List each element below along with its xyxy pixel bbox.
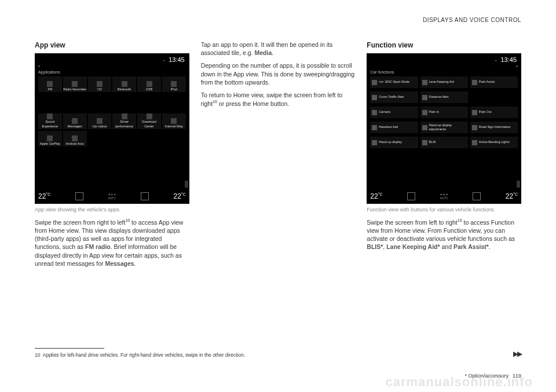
off-label: OFF (379, 80, 383, 83)
warning-icon (97, 118, 103, 124)
globe-icon (171, 118, 177, 124)
app-grid: FM Radio favourites CD Bluetooth USB iPo… (38, 76, 186, 146)
seat-left-icon (407, 192, 415, 200)
func-label: Lane Keeping Aid (429, 80, 454, 84)
func-icon (422, 140, 427, 145)
func-icon (372, 110, 377, 115)
climate-bar: 22°C ▲▲▲AUTO 22°C (367, 189, 521, 204)
footnote-10: 10 Applies for left-hand drive vehicles.… (35, 352, 245, 358)
app-radio-fav: Radio favourites (63, 76, 87, 92)
func-icon (472, 80, 477, 85)
seat-right-icon (473, 192, 481, 200)
func-cta: Cross Traffic Alert (370, 91, 418, 103)
footnote-ref: 10 (458, 218, 462, 222)
func-blis: BLIS (420, 137, 468, 148)
ss-title: Applications (38, 69, 60, 75)
bold-messages: Messages (105, 260, 134, 267)
text: Swipe the screen from right to left (35, 219, 125, 226)
func-label: Distance Alert (429, 95, 449, 99)
app-view-heading: App view (35, 41, 189, 50)
cd-icon (97, 81, 103, 87)
content-columns: App view 13:45 ‹ Applications FM Radio f… (0, 0, 556, 272)
app-driverperf: Driver performance (112, 113, 136, 129)
app-label: CD (97, 87, 102, 91)
func-parkassist: Park Assist (470, 76, 518, 88)
app-bluetooth: Bluetooth (112, 76, 136, 92)
fan-auto: ▲▲▲AUTO (108, 192, 116, 200)
app-label: Bluetooth (118, 87, 131, 91)
func-icon (422, 95, 427, 100)
app-download: Download Center (137, 113, 161, 129)
temp-left: 22°C (370, 192, 382, 201)
temp-unit: °C (378, 192, 383, 196)
col2-para1: Tap an app to open it. It will then be o… (201, 41, 356, 57)
func-label: Active Bending Lights (479, 140, 510, 144)
ss-time-text: 13:45 (169, 56, 185, 63)
func-parkout: Park Out (470, 107, 518, 118)
function-view-screenshot: 13:45 › Car functions OFFENC Sport Mode … (367, 53, 521, 204)
continued-indicator: ▶▶ (513, 349, 521, 358)
sound-icon (47, 113, 53, 119)
temp-unit: °C (513, 192, 518, 196)
temp-unit: °C (181, 192, 186, 196)
func-label: Park In (429, 110, 439, 114)
func-icon (422, 110, 427, 115)
app-label: Internet Map (165, 124, 183, 129)
app-carplay: Apple CarPlay (38, 131, 62, 146)
app-messages: Messages (63, 113, 87, 129)
seat-left-icon (75, 192, 83, 200)
temp-unit: °C (46, 192, 50, 196)
column-3: Function view 13:45 › Car functions OFFE… (367, 41, 521, 272)
temp-left: 22°C (38, 192, 50, 201)
func-icon (372, 125, 377, 130)
func-lka: Lane Keeping Aid (420, 76, 468, 88)
app-label: FM (47, 87, 52, 91)
func-headrest: Headrest fold (370, 122, 418, 133)
func-roadsign: Road Sign Information (470, 122, 518, 133)
app-carstatus: Car status (88, 113, 112, 129)
footnote-ref: 10 (213, 100, 217, 104)
app-label: Download Center (137, 120, 161, 129)
bold-parkassist: Park Assist* (453, 243, 489, 250)
func-label: Head-up display (379, 140, 402, 144)
bold-fm-radio: FM radio (85, 243, 111, 250)
app-label: iPod (171, 87, 177, 91)
side-index (185, 181, 188, 188)
temp-value: 22 (38, 192, 46, 200)
app-label: Apple CarPlay (40, 142, 60, 146)
text: . (134, 260, 136, 267)
signal-icon (163, 58, 167, 62)
messages-icon (72, 118, 78, 124)
ss-title: Car functions (370, 69, 394, 75)
app-view-caption: App view showing the vehicle's apps. (35, 206, 189, 213)
gauge-icon (122, 113, 127, 119)
text: . (489, 243, 491, 250)
signal-icon (495, 58, 499, 62)
bold-lka: Lane Keeping Aid* (386, 243, 440, 250)
func-label: Headrest fold (379, 125, 398, 129)
footnote-rule (35, 348, 104, 349)
func-parkin: Park In (420, 107, 468, 118)
func-icon (422, 80, 427, 85)
text: Swipe the screen from left to right (367, 219, 457, 226)
col2-para2: Depending on the number of apps, it is p… (201, 61, 356, 86)
text: and (440, 243, 453, 250)
app-ipod: iPod (162, 76, 186, 92)
side-index (517, 181, 520, 188)
func-label: Park Assist (479, 80, 495, 84)
func-label: BLIS (429, 140, 436, 144)
func-icon (372, 140, 377, 145)
bold-media: Media (254, 49, 272, 56)
app-sound: Sound Experience (38, 113, 62, 129)
app-view-screenshot: 13:45 ‹ Applications FM Radio favourites… (35, 53, 189, 204)
text: . (272, 49, 273, 56)
app-label: Sound Experience (38, 120, 62, 129)
app-label: Radio favourites (63, 87, 86, 91)
func-distance: Distance Alert (420, 91, 468, 103)
app-label: Driver performance (112, 120, 136, 129)
func-abl: Active Bending Lights (470, 137, 518, 148)
auto-label: AUTO (440, 196, 448, 200)
func-label: Park Out (479, 110, 492, 114)
app-label: Car status (92, 124, 107, 129)
func-icon (472, 110, 477, 115)
